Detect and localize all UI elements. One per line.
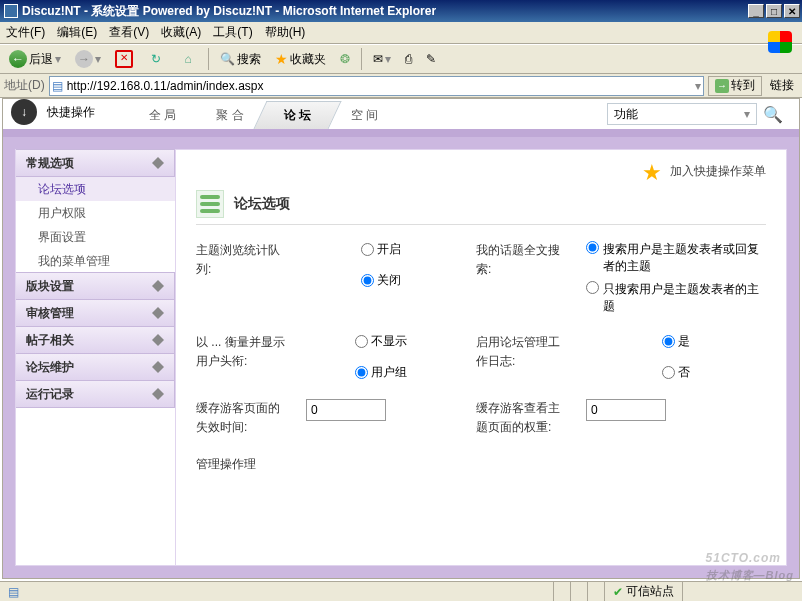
address-input[interactable]: ▤http://192.168.0.11/admin/index.aspx▾ bbox=[49, 76, 704, 96]
menu-fav[interactable]: 收藏(A) bbox=[161, 24, 201, 41]
sidebar-group-label: 论坛维护 bbox=[26, 359, 74, 376]
chevron-icon bbox=[152, 157, 164, 169]
refresh-icon: ↻ bbox=[147, 50, 165, 68]
status-zone: ✔ 可信站点 bbox=[604, 582, 682, 601]
sidebar-group-post[interactable]: 帖子相关 bbox=[16, 326, 175, 354]
search-button[interactable]: 🔍搜索 bbox=[215, 48, 266, 70]
forward-button[interactable]: →▾ bbox=[70, 48, 106, 70]
tab-space-label: 空 间 bbox=[351, 107, 378, 124]
page-content: ↓ 快捷操作 全 局 聚 合 论 坛 空 间 功能▾ 🔍 常规选项 论坛选项 用… bbox=[2, 98, 800, 579]
links-button[interactable]: 链接 bbox=[766, 77, 798, 94]
sidebar-group-general[interactable]: 常规选项 bbox=[16, 149, 175, 177]
sidebar: 常规选项 论坛选项 用户权限 界面设置 我的菜单管理 版块设置 审核管理 帖子相… bbox=[16, 150, 176, 565]
sidebar-group-label: 运行记录 bbox=[26, 386, 74, 403]
address-label: 地址(D) bbox=[4, 77, 45, 94]
top-nav: ↓ 快捷操作 全 局 聚 合 论 坛 空 间 功能▾ 🔍 bbox=[3, 99, 799, 137]
form-grid: 主题浏览统计队列: 开启 关闭 我的话题全文搜索: 搜索用户是主题发表者或回复者… bbox=[196, 241, 766, 475]
title-bar: Discuz!NT - 系统设置 Powered by Discuz!NT - … bbox=[0, 0, 802, 22]
tab-forum[interactable]: 论 坛 bbox=[260, 101, 335, 129]
radio-search-author[interactable]: 只搜索用户是主题发表者的主题 bbox=[586, 281, 766, 315]
section-header: 论坛选项 bbox=[196, 190, 766, 225]
sidebar-item-my-menu[interactable]: 我的菜单管理 bbox=[16, 249, 175, 273]
home-button[interactable]: ⌂ bbox=[174, 48, 202, 70]
radio-off[interactable]: 关闭 bbox=[361, 272, 401, 289]
menu-help[interactable]: 帮助(H) bbox=[265, 24, 306, 41]
function-dropdown[interactable]: 功能▾ bbox=[607, 103, 757, 125]
radio-label: 搜索用户是主题发表者或回复者的主题 bbox=[603, 241, 766, 275]
sidebar-item-label: 我的菜单管理 bbox=[38, 253, 110, 270]
tab-global[interactable]: 全 局 bbox=[125, 101, 200, 129]
input-cache-page[interactable] bbox=[306, 399, 386, 421]
sidebar-group-audit[interactable]: 审核管理 bbox=[16, 299, 175, 327]
close-button[interactable]: ✕ bbox=[784, 4, 800, 18]
history-button[interactable]: ❂ bbox=[335, 48, 355, 70]
go-button[interactable]: →转到 bbox=[708, 76, 762, 96]
quick-ops-label: 快捷操作 bbox=[47, 104, 95, 121]
back-button[interactable]: ←后退▾ bbox=[4, 48, 66, 70]
menu-file[interactable]: 文件(F) bbox=[6, 24, 45, 41]
sidebar-group-label: 帖子相关 bbox=[26, 332, 74, 349]
radio-on-label: 开启 bbox=[377, 241, 401, 258]
add-to-quick-menu[interactable]: ★ 加入快捷操作菜单 bbox=[642, 160, 766, 182]
status-bar: ▤ ✔ 可信站点 bbox=[0, 581, 802, 601]
sidebar-item-label: 用户权限 bbox=[38, 205, 86, 222]
status-pane bbox=[570, 582, 587, 601]
sidebar-item-user-perm[interactable]: 用户权限 bbox=[16, 201, 175, 225]
radio-search-reply[interactable]: 搜索用户是主题发表者或回复者的主题 bbox=[586, 241, 766, 275]
ctrl-my-topic: 搜索用户是主题发表者或回复者的主题 只搜索用户是主题发表者的主题 bbox=[586, 241, 766, 315]
refresh-button[interactable]: ↻ bbox=[142, 48, 170, 70]
search-icon[interactable]: 🔍 bbox=[763, 105, 783, 124]
radio-label: 不显示 bbox=[371, 333, 407, 350]
separator bbox=[208, 48, 209, 70]
label-admin-reason: 管理操作理 bbox=[196, 455, 286, 474]
function-label: 功能 bbox=[614, 106, 638, 123]
menu-view[interactable]: 查看(V) bbox=[109, 24, 149, 41]
edit-icon: ✎ bbox=[426, 52, 436, 66]
mail-button[interactable]: ✉▾ bbox=[368, 48, 396, 70]
go-label: 转到 bbox=[731, 77, 755, 94]
radio-off-label: 关闭 bbox=[377, 272, 401, 289]
menu-tool[interactable]: 工具(T) bbox=[213, 24, 252, 41]
checkmark-icon: ✔ bbox=[613, 585, 623, 599]
mail-icon: ✉ bbox=[373, 52, 383, 66]
print-button[interactable]: ⎙ bbox=[400, 48, 417, 70]
tab-aggregate-label: 聚 合 bbox=[216, 107, 243, 124]
star-icon: ★ bbox=[642, 160, 664, 182]
radio-noshow[interactable]: 不显示 bbox=[355, 333, 407, 350]
radio-no[interactable]: 否 bbox=[662, 364, 690, 381]
minimize-button[interactable]: _ bbox=[748, 4, 764, 18]
browser-toolbar: ←后退▾ →▾ ↻ ⌂ 🔍搜索 ★收藏夹 ❂ ✉▾ ⎙ ✎ bbox=[0, 44, 802, 74]
ie-logo bbox=[760, 22, 800, 62]
star-icon: ★ bbox=[275, 51, 288, 67]
sidebar-item-forum-options[interactable]: 论坛选项 bbox=[16, 177, 175, 201]
search-icon: 🔍 bbox=[220, 52, 235, 66]
chevron-down-icon: ▾ bbox=[744, 107, 750, 121]
favorites-button[interactable]: ★收藏夹 bbox=[270, 48, 331, 70]
arrow-down-icon: ↓ bbox=[21, 105, 27, 119]
label-topic-queue: 主题浏览统计队列: bbox=[196, 241, 286, 279]
radio-usergroup[interactable]: 用户组 bbox=[355, 364, 407, 381]
sidebar-group-maint[interactable]: 论坛维护 bbox=[16, 353, 175, 381]
chevron-icon bbox=[152, 388, 164, 400]
section-title: 论坛选项 bbox=[234, 195, 290, 213]
stop-button[interactable] bbox=[110, 48, 138, 70]
page-icon: ▤ bbox=[52, 79, 63, 93]
go-icon: → bbox=[715, 79, 729, 93]
sidebar-group-board[interactable]: 版块设置 bbox=[16, 272, 175, 300]
label-measure-title: 以 ... 衡量并显示用户头衔: bbox=[196, 333, 286, 371]
list-icon bbox=[196, 190, 224, 218]
maximize-button[interactable]: □ bbox=[766, 4, 782, 18]
fav-add-label: 加入快捷操作菜单 bbox=[670, 163, 766, 180]
fav-label: 收藏夹 bbox=[290, 51, 326, 68]
radio-on[interactable]: 开启 bbox=[361, 241, 401, 258]
quick-toggle-button[interactable]: ↓ bbox=[11, 99, 37, 125]
ctrl-measure-title: 不显示 用户组 bbox=[306, 333, 456, 381]
watermark-sub: 技术博客—Blog bbox=[706, 568, 794, 583]
radio-yes[interactable]: 是 bbox=[662, 333, 690, 350]
input-cache-weight[interactable] bbox=[586, 399, 666, 421]
sidebar-group-log[interactable]: 运行记录 bbox=[16, 380, 175, 408]
page-icon: ▤ bbox=[8, 585, 19, 599]
edit-button[interactable]: ✎ bbox=[421, 48, 441, 70]
menu-edit[interactable]: 编辑(E) bbox=[57, 24, 97, 41]
sidebar-item-ui-settings[interactable]: 界面设置 bbox=[16, 225, 175, 249]
